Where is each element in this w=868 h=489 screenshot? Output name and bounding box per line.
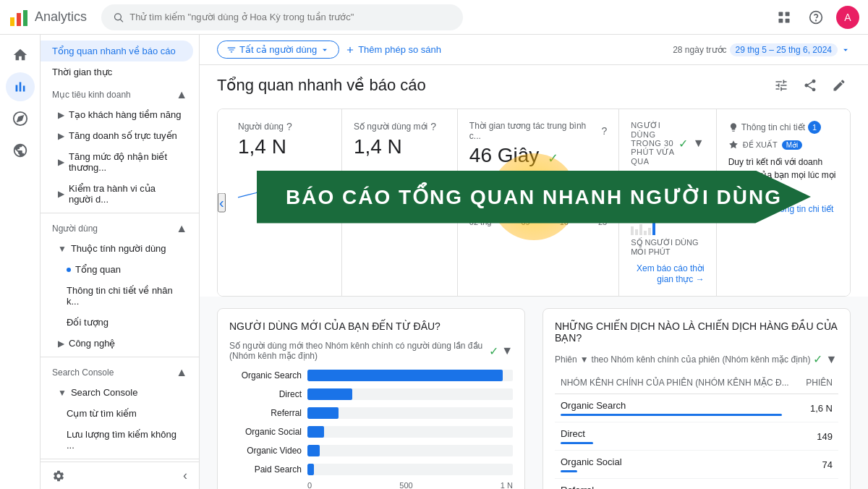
chart-axis: 02 thg 09 16 23: [469, 218, 607, 226]
sidebar-item-tang-nb-label: Tăng mức độ nhận biết thương...: [69, 151, 182, 173]
bar-row-organic-social: Organic Social: [229, 426, 513, 438]
sidebar-item-luu-luong-label: Lưu lượng tìm kiếm không ...: [67, 429, 182, 451]
col-channel: NHÓM KÊNH CHÍNH CỦA PHIÊN (NHÓM KÊNH MẶC…: [555, 375, 799, 394]
nav-explore-icon[interactable]: [6, 104, 35, 133]
bar-label: Organic Search: [229, 370, 302, 380]
sidebar-item-tao-khach[interactable]: ▶ Tạo khách hàng tiềm năng: [41, 104, 193, 125]
view-all-insights-link[interactable]: Xem tất cả thông tin chi tiết →: [728, 204, 834, 225]
bar-track: [307, 407, 513, 419]
bar-track: [307, 464, 513, 475]
metric-card-new-users: Số người dùng mới ? 1,4 N: [342, 109, 458, 296]
nav-home-icon[interactable]: [6, 41, 35, 69]
settings-link[interactable]: [52, 469, 65, 482]
realtime-dropdown[interactable]: ▼: [693, 137, 705, 150]
bar-row-organic: Organic Search: [229, 370, 513, 381]
info-icon-3[interactable]: ?: [601, 125, 607, 137]
sidebar-dot: [67, 268, 71, 272]
toggle-green-check: ✓: [548, 150, 558, 166]
sidebar-item-tang-doanh-so[interactable]: ▶ Tăng doanh số trực tuyến: [41, 125, 193, 146]
sidebar-collapse-button[interactable]: ‹: [183, 468, 187, 483]
sidebar-item-doi-tuong-label: Đối tượng: [67, 317, 109, 328]
metrics-row: ‹ Người dùng ? 1,4 N: [217, 109, 851, 297]
info-icon-2[interactable]: ?: [430, 121, 436, 132]
search-input[interactable]: [129, 12, 451, 22]
sidebar-section-business[interactable]: Mục tiêu kinh doanh ▲: [41, 82, 199, 104]
sidebar-item-cong-nghe[interactable]: ▶ Công nghệ: [41, 333, 193, 354]
svg-rect-2: [23, 10, 27, 26]
metric-new-users-value: 1,4 N: [354, 135, 446, 158]
sidebar-item-tong-quan-user[interactable]: Tổng quan: [41, 259, 193, 280]
search-bar[interactable]: [101, 4, 463, 30]
customize-icon: [774, 78, 788, 93]
rt-bar-active: [652, 206, 655, 235]
metrics-and-watermark: ‹ Người dùng ? 1,4 N: [200, 97, 868, 297]
app-title: Analytics: [35, 9, 87, 25]
realtime-link-container: Xem báo cáo thời gian thực →: [631, 263, 705, 284]
metric-prev-btn[interactable]: ‹: [218, 193, 226, 213]
svg-point-15: [268, 187, 272, 190]
svg-rect-6: [786, 12, 790, 16]
page-title-area: Tổng quan nhanh về báo cáo: [200, 65, 868, 97]
edit-btn[interactable]: [827, 74, 851, 97]
info-icon[interactable]: ?: [286, 121, 292, 132]
campaigns-table-body: Organic Search 1,6 N Direct 149 Organic …: [555, 394, 838, 490]
campaigns-title: NHỮNG CHIẾN DỊCH NÀO LÀ CHIẾN DỊCH HÀNG …: [555, 320, 838, 344]
help-icon[interactable]: [804, 6, 827, 29]
sessions-cell: 149: [799, 422, 838, 451]
svg-marker-12: [17, 116, 23, 122]
nav-reports-icon[interactable]: [6, 72, 35, 101]
sidebar-section-chevron: ▲: [176, 88, 187, 101]
metric-card-users: ‹ Người dùng ? 1,4 N: [218, 109, 342, 296]
new-users-dropdown[interactable]: ▼: [501, 344, 513, 357]
metric-new-users-label: Số người dùng mới ?: [354, 121, 446, 132]
filter-chip-all-users[interactable]: Tất cả người dùng: [217, 41, 339, 59]
sidebar-item-tang-ds-label: Tăng doanh số trực tuyến: [69, 130, 177, 141]
customize-report-btn[interactable]: [770, 74, 793, 97]
rt-bar: [644, 231, 647, 235]
bar-label: Direct: [229, 389, 302, 399]
chevron-icon: ▼: [58, 244, 67, 254]
sessions-cell: 1,6 N: [799, 394, 838, 422]
metric-avg-chart: [469, 173, 607, 216]
sessions-cell: 74: [799, 451, 838, 479]
campaigns-check: ✓: [813, 352, 822, 366]
metric-next-btn[interactable]: ›: [611, 193, 619, 213]
svg-rect-0: [10, 17, 14, 26]
bar-fill: [307, 464, 314, 475]
view-realtime-link[interactable]: Xem báo cáo thời gian thực →: [637, 263, 705, 284]
campaigns-dropdown[interactable]: ▼: [825, 353, 837, 366]
sidebar-section-search[interactable]: Search Console ▲: [41, 360, 199, 382]
bar-row-referral: Referral: [229, 407, 513, 419]
bar-track: [307, 445, 513, 456]
sidebar-item-doi-tuong[interactable]: Đối tượng: [41, 312, 193, 333]
nav-settings-icon[interactable]: [6, 136, 35, 165]
sidebar-item-thong-tin[interactable]: Thông tin chi tiết về nhân k...: [41, 280, 193, 312]
sidebar-section-users[interactable]: Người dùng ▲: [41, 216, 199, 238]
main-content: Tất cả người dùng Thêm phép so sánh 28 n…: [200, 35, 868, 489]
sidebar-item-tq-user-label: Tổng quan: [75, 264, 121, 275]
add-comparison-btn[interactable]: Thêm phép so sánh: [345, 44, 441, 55]
edit-icon: [832, 78, 846, 93]
bar-fill: [307, 426, 324, 438]
sidebar-item-search-console[interactable]: ▼ Search Console: [41, 382, 193, 403]
main-filter-bar: Tất cả người dùng Thêm phép so sánh 28 n…: [200, 35, 868, 65]
sidebar-section-business-label: Mục tiêu kinh doanh: [52, 90, 131, 100]
user-avatar[interactable]: A: [836, 6, 859, 29]
metrics-section: ‹ Người dùng ? 1,4 N: [200, 97, 868, 297]
share-btn[interactable]: [799, 74, 822, 97]
bar-row-direct: Direct: [229, 388, 513, 400]
rt-bar: [639, 224, 642, 235]
chevron-icon: ▼: [58, 388, 67, 398]
sidebar-item-cum-tu[interactable]: Cụm từ tìm kiếm: [41, 403, 193, 424]
sidebar-item-kiem-tra[interactable]: ▶ Kiểm tra hành vi của người d...: [41, 178, 193, 210]
sidebar-item-tang-nhan-biet[interactable]: ▶ Tăng mức độ nhận biết thương...: [41, 146, 193, 178]
sidebar-item-overview[interactable]: Tổng quan nhanh về báo cáo: [41, 41, 193, 61]
sidebar-item-thuoc-tinh[interactable]: ▼ Thuộc tính người dùng: [41, 238, 193, 259]
sidebar-item-luu-luong[interactable]: Lưu lượng tìm kiếm không ...: [41, 424, 193, 456]
sidebar-section-users-label: Người dùng: [52, 224, 98, 234]
apps-icon[interactable]: [773, 6, 796, 29]
channel-cell: Referral: [555, 479, 799, 490]
sidebar-item-realtime[interactable]: Thời gian thực: [41, 61, 193, 82]
table-row: Organic Social 74: [555, 451, 838, 479]
metric-users-label: Người dùng ?: [238, 121, 330, 132]
